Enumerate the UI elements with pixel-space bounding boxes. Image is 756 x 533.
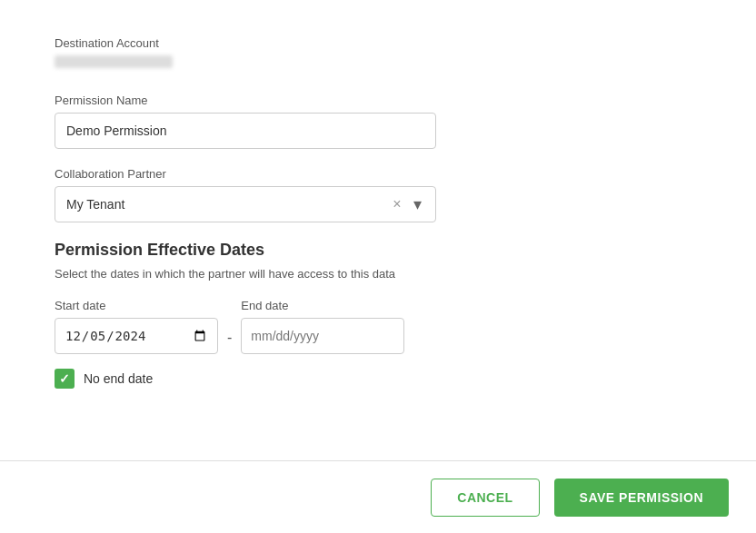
main-content: Destination Account Permission Name Coll… — [0, 0, 756, 407]
permission-name-label: Permission Name — [55, 94, 701, 107]
no-end-date-checkbox[interactable]: ✓ — [55, 369, 75, 389]
footer-bar: CANCEL SAVE PERMISSION — [0, 460, 756, 533]
permission-name-input[interactable] — [55, 113, 436, 149]
start-date-input[interactable] — [55, 318, 218, 354]
checkmark-icon: ✓ — [59, 371, 70, 386]
collaboration-partner-select[interactable]: My Tenant × ▾ — [55, 186, 436, 222]
end-date-input[interactable] — [241, 318, 404, 354]
no-end-date-label: No end date — [84, 371, 153, 386]
start-date-group: Start date — [55, 299, 218, 354]
date-row: Start date - End date — [55, 299, 701, 354]
effective-dates-section: Permission Effective Dates Select the da… — [55, 241, 701, 389]
cancel-button[interactable]: CANCEL — [431, 479, 539, 517]
no-end-date-row: ✓ No end date — [55, 369, 701, 389]
chevron-down-icon[interactable]: ▾ — [406, 193, 428, 215]
destination-account-value — [55, 55, 173, 68]
save-permission-button[interactable]: SAVE PERMISSION — [554, 479, 729, 517]
effective-dates-description: Select the dates in which the partner wi… — [55, 267, 701, 281]
page-container: Destination Account Permission Name Coll… — [0, 0, 756, 533]
collaboration-partner-group: Collaboration Partner My Tenant × ▾ — [55, 167, 701, 222]
start-date-label: Start date — [55, 299, 218, 312]
permission-name-group: Permission Name — [55, 94, 701, 149]
effective-dates-title: Permission Effective Dates — [55, 241, 701, 260]
date-separator: - — [227, 330, 232, 346]
destination-account-section: Destination Account — [55, 36, 701, 72]
destination-account-label: Destination Account — [55, 36, 701, 50]
end-date-group: End date — [241, 299, 404, 354]
collaboration-partner-label: Collaboration Partner — [55, 167, 701, 181]
end-date-label: End date — [241, 299, 404, 312]
clear-icon[interactable]: × — [388, 195, 406, 213]
collaboration-partner-value: My Tenant — [66, 197, 388, 212]
